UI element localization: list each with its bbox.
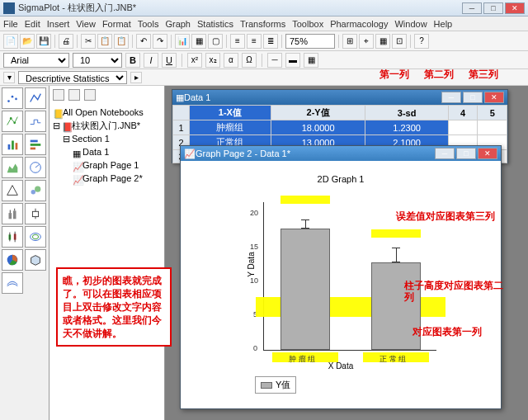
menu-file[interactable]: File [3, 19, 18, 29]
cut-button[interactable]: ✂ [81, 34, 96, 49]
menu-view[interactable]: View [76, 19, 96, 29]
tool-button[interactable]: ≣ [263, 34, 278, 49]
tree-data[interactable]: ▦Data 1 [53, 145, 161, 158]
bar-1[interactable] [280, 229, 330, 350]
font-size-select[interactable]: 10 [73, 53, 122, 68]
box-plot-icon[interactable] [25, 203, 46, 224]
minimize-button[interactable]: ─ [441, 92, 461, 103]
bubble-icon[interactable] [25, 180, 46, 201]
graph-window-titlebar[interactable]: 📈 Graph Page 2 - Data 1* ─ □ ✕ [181, 146, 501, 161]
tool-button[interactable]: ≡ [247, 34, 262, 49]
menu-pharmacology[interactable]: Pharmacology [330, 19, 388, 29]
undo-button[interactable]: ↶ [136, 34, 151, 49]
underline-button[interactable]: U [162, 53, 177, 68]
col-header-5[interactable]: 5 [478, 106, 507, 120]
bold-button[interactable]: B [125, 53, 140, 68]
col-header-1[interactable]: 1-X值 [190, 106, 271, 120]
tree-root[interactable]: 📒All Open Notebooks [53, 106, 161, 119]
dropdown-icon[interactable]: ▾ [3, 72, 15, 83]
tree-notebook[interactable]: ⊟📕柱状图入门.JNB* [53, 119, 161, 132]
tool-button[interactable]: ⊞ [342, 34, 357, 49]
menu-insert[interactable]: Insert [47, 19, 70, 29]
open-button[interactable]: 📂 [20, 34, 35, 49]
horizontal-bar-icon[interactable] [25, 134, 46, 155]
line-plot-icon[interactable] [25, 87, 46, 109]
maximize-button[interactable]: □ [456, 148, 476, 159]
ternary-icon[interactable] [2, 180, 23, 201]
mesh-icon[interactable] [2, 272, 23, 294]
menu-format[interactable]: Format [102, 19, 131, 29]
fill-button[interactable]: ▦ [304, 53, 318, 68]
candlestick-icon[interactable] [2, 226, 23, 248]
pie-icon[interactable] [2, 249, 23, 271]
save-button[interactable]: 💾 [36, 34, 51, 49]
menu-toolbox[interactable]: Toolbox [292, 19, 323, 29]
tool-button[interactable]: ▢ [208, 34, 223, 49]
contour-icon[interactable] [25, 226, 46, 248]
greek-button[interactable]: α [224, 53, 238, 68]
polar-plot-icon[interactable] [25, 157, 46, 178]
nav-button[interactable] [84, 89, 96, 101]
menu-tools[interactable]: Tools [138, 19, 159, 29]
maximize-button[interactable]: □ [463, 92, 483, 103]
maximize-button[interactable]: □ [483, 2, 503, 14]
data-window-titlebar[interactable]: ▦ Data 1 ─ □ ✕ [172, 90, 507, 105]
minimize-button[interactable]: ─ [462, 2, 482, 14]
menu-graph[interactable]: Graph [165, 19, 191, 29]
bar-error-icon[interactable] [2, 203, 23, 224]
symbol-button[interactable]: Ω [242, 53, 257, 68]
nav-button[interactable] [68, 89, 80, 101]
stats-select[interactable]: Descriptive Statistics [18, 71, 127, 84]
col-header-4[interactable]: 4 [448, 106, 478, 120]
font-family-select[interactable]: Arial [3, 53, 69, 68]
tree-graph-page-2[interactable]: 📈Graph Page 2* [53, 172, 161, 185]
menu-edit[interactable]: Edit [25, 19, 40, 29]
y-axis-label[interactable]: Y Data [247, 252, 256, 276]
svg-rect-7 [16, 143, 18, 149]
redo-button[interactable]: ↷ [153, 34, 167, 49]
tool-button[interactable]: ⊡ [392, 34, 407, 49]
menu-window[interactable]: Window [394, 19, 427, 29]
tree-graph-page-1[interactable]: 📈Graph Page 1 [53, 158, 161, 172]
vertical-bar-icon[interactable] [2, 134, 23, 155]
copy-button[interactable]: 📋 [97, 34, 112, 49]
col-header-2[interactable]: 2-Y值 [271, 106, 365, 120]
tool-button[interactable]: ⌖ [359, 34, 374, 49]
app-icon [3, 2, 15, 14]
paste-button[interactable]: 📋 [114, 34, 129, 49]
chart-legend[interactable]: Y值 [255, 376, 296, 394]
new-button[interactable]: 📄 [3, 34, 18, 49]
zoom-select[interactable] [285, 34, 335, 49]
align-button[interactable]: x² [187, 53, 202, 68]
col-header-3[interactable]: 3-sd [365, 106, 448, 120]
tool-button[interactable]: ▦ [375, 34, 390, 49]
print-button[interactable]: 🖨 [59, 34, 73, 49]
tool-button[interactable]: ▦ [191, 34, 206, 49]
area-plot-icon[interactable] [2, 157, 23, 178]
plot-area[interactable]: 肿 瘤 组 正 常 组 [263, 202, 436, 351]
tool-button[interactable]: ≡ [230, 34, 245, 49]
color-button[interactable]: ▬ [285, 53, 300, 68]
step-plot-icon[interactable] [25, 111, 46, 132]
3d-icon[interactable] [25, 249, 46, 271]
menu-help[interactable]: Help [434, 19, 453, 29]
close-button[interactable]: ✕ [478, 148, 497, 159]
graph-page-window[interactable]: 📈 Graph Page 2 - Data 1* ─ □ ✕ 2D Graph … [180, 145, 502, 409]
align-button[interactable]: x₂ [205, 53, 220, 68]
tree-section[interactable]: ⊟Section 1 [53, 132, 161, 145]
italic-button[interactable]: I [144, 53, 158, 68]
close-button[interactable]: ✕ [484, 92, 504, 103]
scatter-plot-icon[interactable] [2, 87, 23, 109]
line-button[interactable]: ─ [267, 53, 282, 68]
chart-title[interactable]: 2D Graph 1 [181, 174, 501, 184]
menu-transforms[interactable]: Transforms [240, 19, 285, 29]
x-axis-label[interactable]: X Data [181, 361, 501, 370]
line-scatter-icon[interactable] [2, 111, 23, 132]
minimize-button[interactable]: ─ [435, 148, 455, 159]
graph-wizard-button[interactable]: 📊 [175, 34, 190, 49]
close-button[interactable]: ✕ [505, 2, 525, 14]
menu-statistics[interactable]: Statistics [197, 19, 233, 29]
help-button[interactable]: ? [414, 34, 429, 49]
nav-button[interactable] [53, 89, 64, 101]
run-stats-button[interactable]: ▸ [130, 72, 142, 83]
